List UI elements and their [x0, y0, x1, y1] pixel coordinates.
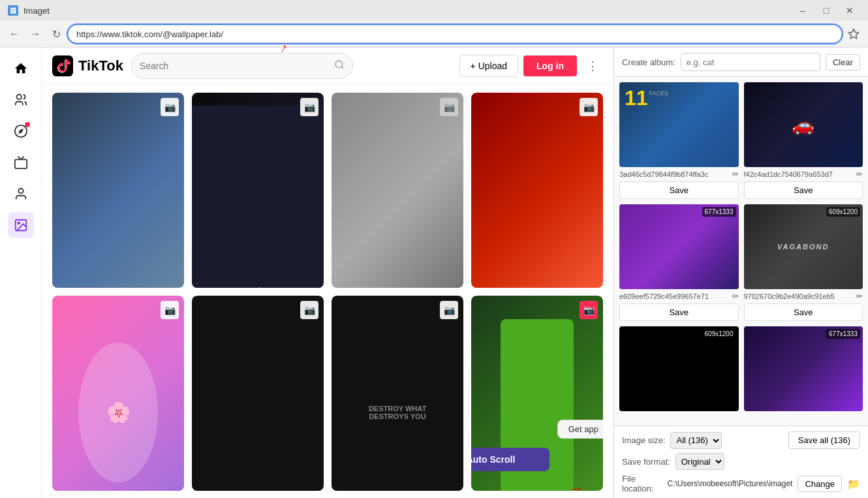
sidebar-item-friends[interactable]	[8, 87, 34, 113]
save-format-label: Save format:	[622, 457, 670, 467]
video-card[interactable]: 📷 ▶ 73.9K #fyp #wallpaper ...	[52, 93, 184, 288]
video-card[interactable]: 📷 ▶ 64.6K Hope this reaches the ...	[192, 296, 324, 491]
save-to-imaget-icon[interactable]: 📷	[161, 98, 179, 116]
upload-button[interactable]: + Upload	[459, 55, 518, 77]
svg-point-4	[18, 189, 23, 193]
image-item: 11 FACES 3ad46c5d79844f9b874ffa3c ✏ Save	[619, 82, 739, 199]
maximize-button[interactable]: □	[816, 3, 837, 18]
save-to-imaget-icon[interactable]: 📷	[300, 301, 318, 319]
tiktok-header: TikTok + Upload Log in ⋮	[42, 48, 613, 85]
video-card[interactable]: 📷 ▶ 90.1K #fyp #w... Get app Auto Scroll…	[471, 296, 603, 491]
size-select[interactable]: All (136)	[670, 432, 722, 449]
video-card[interactable]: 📷 ▶ 91.2K #fyp #wallpaper ...	[332, 93, 463, 288]
svg-rect-7	[52, 55, 73, 76]
search-input[interactable]	[140, 61, 329, 71]
image-preview: 🚗	[744, 82, 863, 167]
url-bar[interactable]	[68, 25, 842, 43]
img-dim-badge: 677x1333	[826, 329, 860, 339]
image-size-label: Image size:	[622, 435, 665, 445]
file-location-label: File location:	[622, 474, 662, 493]
svg-point-6	[18, 222, 20, 224]
tiktok-content: TikTok + Upload Log in ⋮ 📷 ▶ 73	[42, 48, 613, 498]
save-button[interactable]: Save	[619, 303, 739, 321]
svg-point-8	[335, 61, 343, 68]
imaget-images: 11 FACES 3ad46c5d79844f9b874ffa3c ✏ Save…	[614, 77, 868, 426]
edit-icon[interactable]: ✏	[856, 170, 863, 179]
save-to-imaget-icon[interactable]: 📷	[161, 301, 179, 319]
img-hash: f42c4ad1dc7540679a653d7	[744, 170, 854, 178]
save-to-imaget-icon[interactable]: 📷	[440, 301, 458, 319]
save-button[interactable]: Save	[619, 181, 739, 199]
clear-button[interactable]: Clear	[826, 54, 860, 70]
sidebar-item-explore[interactable]	[8, 118, 34, 144]
image-preview: VAGABOND 609x1200	[744, 204, 863, 289]
image-item: 🚗 f42c4ad1dc7540679a653d7 ✏ Save	[744, 82, 863, 199]
login-button[interactable]: Log in	[523, 55, 577, 76]
img-hash-row: 3ad46c5d79844f9b874ffa3c ✏	[619, 170, 739, 179]
header-actions: + Upload Log in ⋮	[459, 55, 603, 77]
image-item: 609x1200	[619, 326, 739, 411]
edit-icon[interactable]: ✏	[732, 170, 739, 179]
format-select[interactable]: Original	[675, 453, 724, 470]
image-preview: 677x1333	[744, 326, 863, 411]
image-preview: 11 FACES	[619, 82, 739, 167]
svg-point-0	[16, 95, 21, 99]
save-all-button[interactable]: Save all (136)	[788, 431, 860, 449]
album-input[interactable]	[681, 53, 820, 71]
img-hash-row: 9702670c9b2e490a9c91eb5 ✏	[744, 292, 863, 301]
app-title: Imaget	[23, 6, 50, 16]
edit-icon[interactable]: ✏	[856, 292, 863, 301]
img-dim-badge: 609x1200	[702, 329, 736, 339]
notif-dot	[25, 122, 30, 127]
img-hash-row: e609eef5729c45e99657e71 ✏	[619, 292, 739, 301]
video-grid: 📷 ▶ 73.9K #fyp #wallpaper ... ⚡ 📷 ▶ 86K …	[42, 85, 613, 498]
save-button[interactable]: Save	[744, 181, 863, 199]
folder-icon[interactable]: 📁	[847, 478, 860, 490]
save-format-row: Save format: Original	[622, 453, 860, 470]
sidebar-item-profile[interactable]	[8, 181, 34, 207]
img-dim-badge: 609x1200	[826, 207, 860, 217]
image-row: 11 FACES 3ad46c5d79844f9b874ffa3c ✏ Save…	[619, 82, 863, 199]
auto-scroll-button[interactable]: Auto Scroll	[471, 448, 550, 471]
tiktok-sidebar	[0, 48, 42, 498]
video-card[interactable]: ⚡ 📷 ▶ 86K #fyp #wallpaper ...	[192, 93, 324, 288]
tiktok-logo: TikTok	[52, 55, 123, 76]
save-button[interactable]: Save	[744, 303, 863, 321]
image-item: VAGABOND 609x1200 9702670c9b2e490a9c91eb…	[744, 204, 863, 321]
svg-rect-3	[14, 159, 26, 168]
video-card[interactable]: 🌸 📷 ▶ 206.2K #fyp #wallpaper ...	[52, 296, 184, 491]
reload-button[interactable]: ↻	[47, 25, 65, 43]
search-icon	[334, 59, 345, 72]
get-app-popup[interactable]: Get app	[557, 420, 603, 439]
imaget-top: Create album: Clear	[614, 48, 868, 77]
nav-bar: ← → ↻	[0, 21, 868, 47]
save-to-imaget-icon[interactable]: 📷	[300, 98, 318, 116]
video-card[interactable]: 📷 ▶ 63.8K ❤ #fyp #wallpaper ...	[471, 93, 603, 288]
img-dim-badge: 677x1333	[702, 207, 736, 217]
image-preview: 677x1333	[619, 204, 739, 289]
image-item: 677x1333	[744, 326, 863, 411]
save-to-imaget-icon[interactable]: 📷	[580, 301, 598, 319]
back-button[interactable]: ←	[5, 25, 23, 43]
save-to-imaget-icon[interactable]: 📷	[580, 98, 598, 116]
video-card[interactable]: DESTROY WHATDESTROYS YOU 📷 ▶ 70.1K #fyp …	[332, 296, 463, 491]
image-row: 609x1200 677x1333	[619, 326, 863, 411]
tiktok-search-bar[interactable]	[131, 53, 353, 79]
edit-icon[interactable]: ✏	[732, 292, 739, 301]
save-to-imaget-icon[interactable]: 📷	[440, 98, 458, 116]
img-hash-row: f42c4ad1dc7540679a653d7 ✏	[744, 170, 863, 179]
extensions-button[interactable]	[845, 25, 863, 43]
change-button[interactable]: Change	[798, 476, 842, 492]
title-bar: 🖼 Imaget – □ ✕	[0, 0, 868, 21]
window-controls: – □ ✕	[792, 3, 860, 18]
sidebar-item-imaget[interactable]	[8, 212, 34, 238]
image-item: 677x1333 e609eef5729c45e99657e71 ✏ Save	[619, 204, 739, 321]
app-icon: 🖼	[8, 5, 18, 16]
more-button[interactable]: ⋮	[582, 55, 603, 76]
file-path: C:\Users\mobeesoft\Pictures\imaget	[667, 479, 792, 488]
sidebar-item-home[interactable]	[8, 55, 34, 82]
close-button[interactable]: ✕	[839, 3, 860, 18]
sidebar-item-live[interactable]	[8, 149, 34, 176]
forward-button[interactable]: →	[26, 25, 44, 43]
minimize-button[interactable]: –	[792, 3, 813, 18]
